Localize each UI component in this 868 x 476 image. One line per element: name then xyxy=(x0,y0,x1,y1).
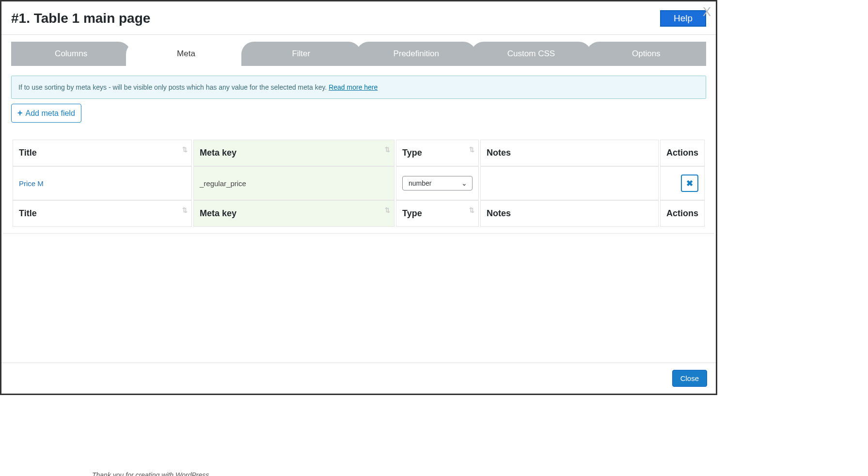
cell-type: number ⌄ xyxy=(396,166,479,200)
tf-actions: Actions xyxy=(660,200,705,227)
add-meta-field-button[interactable]: + Add meta field xyxy=(11,104,81,123)
alert-link[interactable]: Read more here xyxy=(329,83,378,91)
cell-meta-key: _regular_price xyxy=(193,166,395,200)
alert-text: If to use sorting by meta keys - will be… xyxy=(18,83,329,91)
table-footer-row: Title Meta key Type Notes Actions xyxy=(13,200,705,227)
delete-row-button[interactable]: ✖ xyxy=(681,175,698,192)
cell-notes xyxy=(480,166,659,200)
title-link[interactable]: Price M xyxy=(19,179,44,188)
tab-predefinition[interactable]: Predefinition xyxy=(356,42,476,66)
help-button[interactable]: Help xyxy=(660,10,706,27)
type-value: number xyxy=(409,179,431,187)
chevron-down-icon: ⌄ xyxy=(461,179,467,187)
header-actions: Help xyxy=(660,10,706,27)
close-icon: ✖ xyxy=(686,178,693,189)
tf-notes: Notes xyxy=(480,200,659,227)
tabs: Columns Meta Filter Predefinition Custom… xyxy=(11,42,706,66)
table-header-row: Title Meta key Type Notes Actions xyxy=(13,140,705,166)
tf-type[interactable]: Type xyxy=(396,200,479,227)
modal-footer: Close xyxy=(1,363,716,394)
page-title: #1. Table 1 main page xyxy=(11,11,150,26)
info-alert: If to use sorting by meta keys - will be… xyxy=(11,76,706,99)
tab-custom-css[interactable]: Custom CSS xyxy=(471,42,591,66)
divider xyxy=(3,233,714,234)
th-meta-key[interactable]: Meta key xyxy=(193,140,395,166)
tab-meta[interactable]: Meta xyxy=(126,42,246,66)
plus-icon: + xyxy=(17,108,23,118)
th-title[interactable]: Title xyxy=(13,140,192,166)
cell-actions: ✖ xyxy=(660,166,705,200)
type-select[interactable]: number ⌄ xyxy=(402,176,473,190)
tab-filter[interactable]: Filter xyxy=(241,42,361,66)
tab-options[interactable]: Options xyxy=(586,42,706,66)
th-type[interactable]: Type xyxy=(396,140,479,166)
close-button[interactable]: Close xyxy=(672,370,707,387)
tf-title[interactable]: Title xyxy=(13,200,192,227)
modal-dialog: X #1. Table 1 main page Help Columns Met… xyxy=(0,0,717,395)
add-meta-label: Add meta field xyxy=(26,109,75,118)
meta-table: Title Meta key Type Notes Actions Price … xyxy=(11,140,706,227)
close-icon[interactable]: X xyxy=(703,4,711,19)
content-area: If to use sorting by meta keys - will be… xyxy=(1,66,716,237)
th-actions: Actions xyxy=(660,140,705,166)
modal-header: #1. Table 1 main page Help xyxy=(1,1,716,35)
th-notes: Notes xyxy=(480,140,659,166)
tab-columns[interactable]: Columns xyxy=(11,42,131,66)
tf-meta-key[interactable]: Meta key xyxy=(193,200,395,227)
table-row: Price M _regular_price number ⌄ xyxy=(13,166,705,200)
cell-title: Price M xyxy=(13,166,192,200)
meta-table-wrap: Title Meta key Type Notes Actions Price … xyxy=(11,140,706,227)
tabs-container: Columns Meta Filter Predefinition Custom… xyxy=(1,42,716,66)
